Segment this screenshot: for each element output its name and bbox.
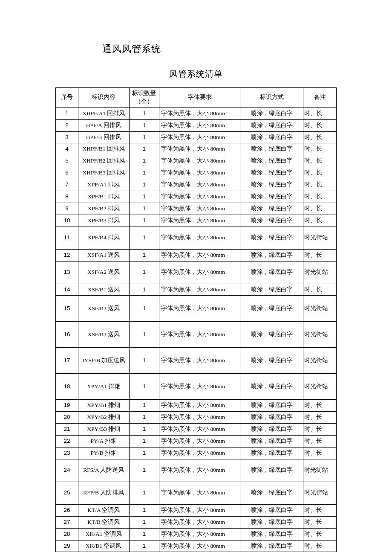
cell-content: XSF/B2 送风 — [78, 296, 129, 322]
cell-method: 喷涂，绿底白字 — [240, 459, 303, 482]
cell-content: XPF/B4 排风 — [78, 227, 129, 249]
cell-content: HPF/B 回排风 — [78, 131, 129, 143]
cell-method: 喷涂，绿底白字 — [240, 249, 303, 261]
cell-seq: 4 — [56, 143, 78, 155]
cell-seq: 5 — [56, 155, 78, 167]
cell-remark: 时、长 — [303, 179, 337, 191]
cell-qty: 1 — [129, 227, 159, 249]
table-row: 17JYSF/B 加压送风1字体为黑体，大小 80mm喷涂，绿底白字时光街站 — [56, 348, 337, 374]
cell-remark: 时、长 — [303, 412, 337, 424]
cell-seq: 28 — [56, 528, 78, 540]
cell-font-req: 字体为黑体，大小 80mm — [159, 119, 240, 131]
table-row: 16XSF/B3 送风1字体为黑体，大小 80mm喷涂，绿底白字时光街站 — [56, 322, 337, 348]
cell-qty: 1 — [129, 215, 159, 227]
cell-content: XPF/B1 排风 — [78, 191, 129, 203]
cell-seq: 25 — [56, 482, 78, 504]
cell-content: HPF/A 回排风 — [78, 119, 129, 131]
table-row: 19XPY/B1 排烟1字体为黑体，大小 80mm喷涂，绿底白字时、长 — [56, 400, 337, 412]
cell-content: XPF/A1 排风 — [78, 179, 129, 191]
cell-remark: 时光街站 — [303, 459, 337, 482]
cell-font-req: 字体为黑体，大小 80mm — [159, 167, 240, 179]
cell-font-req: 字体为黑体，大小 80mm — [159, 296, 240, 322]
duct-system-table: 序号 标识内容 标识数量（个） 字体要求 标识方式 备注 1XHPF/A1 回排… — [55, 87, 337, 552]
cell-qty: 1 — [129, 203, 159, 215]
cell-method: 喷涂，绿底白字 — [240, 540, 303, 552]
cell-font-req: 字体为黑体，大小 80mm — [159, 131, 240, 143]
cell-seq: 20 — [56, 412, 78, 424]
cell-seq: 12 — [56, 249, 78, 261]
cell-seq: 16 — [56, 322, 78, 348]
cell-qty: 1 — [129, 261, 159, 284]
table-row: 23PY/B 排烟1字体为黑体，大小 80mm喷涂，绿底白字时、长 — [56, 447, 337, 459]
cell-method: 喷涂，绿底白字 — [240, 227, 303, 249]
cell-remark: 时光街站 — [303, 374, 337, 400]
cell-method: 喷涂，绿底白字 — [240, 203, 303, 215]
cell-method: 喷涂，绿底白字 — [240, 143, 303, 155]
table-row: 13XSF/A2 送风1字体为黑体，大小 80mm喷涂，绿底白字时光街站 — [56, 261, 337, 284]
cell-qty: 1 — [129, 459, 159, 482]
cell-seq: 1 — [56, 108, 78, 119]
cell-content: KT/B 空调风 — [78, 516, 129, 528]
cell-remark: 时、长 — [303, 191, 337, 203]
cell-remark: 时、长 — [303, 436, 337, 447]
cell-font-req: 字体为黑体，大小 80mm — [159, 227, 240, 249]
cell-remark: 时、长 — [303, 131, 337, 143]
cell-font-req: 字体为黑体，大小 80mm — [159, 447, 240, 459]
cell-font-req: 字体为黑体，大小 80mm — [159, 436, 240, 447]
cell-content: RFP/B 人防排风 — [78, 482, 129, 504]
cell-seq: 21 — [56, 424, 78, 436]
cell-font-req: 字体为黑体，大小 80mm — [159, 374, 240, 400]
cell-seq: 3 — [56, 131, 78, 143]
cell-content: XSF/B3 送风 — [78, 322, 129, 348]
cell-method: 喷涂，绿底白字 — [240, 516, 303, 528]
cell-remark: 时、长 — [303, 400, 337, 412]
cell-qty: 1 — [129, 249, 159, 261]
cell-qty: 1 — [129, 167, 159, 179]
cell-content: XPY/A1 排烟 — [78, 374, 129, 400]
cell-method: 喷涂，绿底白字 — [240, 482, 303, 504]
table-row: 6XHPF/B3 回排风1字体为黑体，大小 80mm喷涂，绿底白字时、长 — [56, 167, 337, 179]
cell-qty: 1 — [129, 447, 159, 459]
cell-remark: 时、长 — [303, 215, 337, 227]
cell-remark: 时、长 — [303, 119, 337, 131]
header-remark: 备注 — [303, 88, 337, 108]
cell-seq: 2 — [56, 119, 78, 131]
cell-qty: 1 — [129, 143, 159, 155]
cell-method: 喷涂，绿底白字 — [240, 284, 303, 296]
cell-font-req: 字体为黑体，大小 80mm — [159, 516, 240, 528]
cell-content: XPF/B3 排风 — [78, 215, 129, 227]
table-row: 20XPY/B2 排烟1字体为黑体，大小 80mm喷涂，绿底白字时、长 — [56, 412, 337, 424]
cell-method: 喷涂，绿底白字 — [240, 348, 303, 374]
cell-method: 喷涂，绿底白字 — [240, 215, 303, 227]
table-row: 7XPF/A1 排风1字体为黑体，大小 80mm喷涂，绿底白字时、长 — [56, 179, 337, 191]
cell-seq: 7 — [56, 179, 78, 191]
cell-remark: 时、长 — [303, 249, 337, 261]
cell-method: 喷涂，绿底白字 — [240, 108, 303, 119]
table-header-row: 序号 标识内容 标识数量（个） 字体要求 标识方式 备注 — [56, 88, 337, 108]
header-method: 标识方式 — [240, 88, 303, 108]
cell-qty: 1 — [129, 540, 159, 552]
cell-seq: 14 — [56, 284, 78, 296]
table-row: 27KT/B 空调风1字体为黑体，大小 80mm喷涂，绿底白字时、长 — [56, 516, 337, 528]
cell-remark: 时、长 — [303, 540, 337, 552]
cell-font-req: 字体为黑体，大小 80mm — [159, 348, 240, 374]
table-row: 9XPF/B2 排风1字体为黑体，大小 80mm喷涂，绿底白字时、长 — [56, 203, 337, 215]
cell-seq: 26 — [56, 504, 78, 516]
table-row: 14XSF/B1 送风1字体为黑体，大小 80mm喷涂，绿底白字时、长 — [56, 284, 337, 296]
cell-remark: 时光街站 — [303, 322, 337, 348]
header-qty: 标识数量（个） — [129, 88, 159, 108]
cell-font-req: 字体为黑体，大小 80mm — [159, 249, 240, 261]
cell-remark: 时、长 — [303, 203, 337, 215]
header-seq: 序号 — [56, 88, 78, 108]
cell-qty: 1 — [129, 436, 159, 447]
cell-font-req: 字体为黑体，大小 80mm — [159, 108, 240, 119]
cell-content: XSF/A1 送风 — [78, 249, 129, 261]
cell-method: 喷涂，绿底白字 — [240, 261, 303, 284]
table-row: 29XK/B1 空调风1字体为黑体，大小 80mm喷涂，绿底白字时、长 — [56, 540, 337, 552]
cell-seq: 29 — [56, 540, 78, 552]
cell-qty: 1 — [129, 179, 159, 191]
cell-method: 喷涂，绿底白字 — [240, 528, 303, 540]
cell-font-req: 字体为黑体，大小 80mm — [159, 155, 240, 167]
cell-font-req: 字体为黑体，大小 80mm — [159, 528, 240, 540]
cell-remark: 时光街站 — [303, 227, 337, 249]
